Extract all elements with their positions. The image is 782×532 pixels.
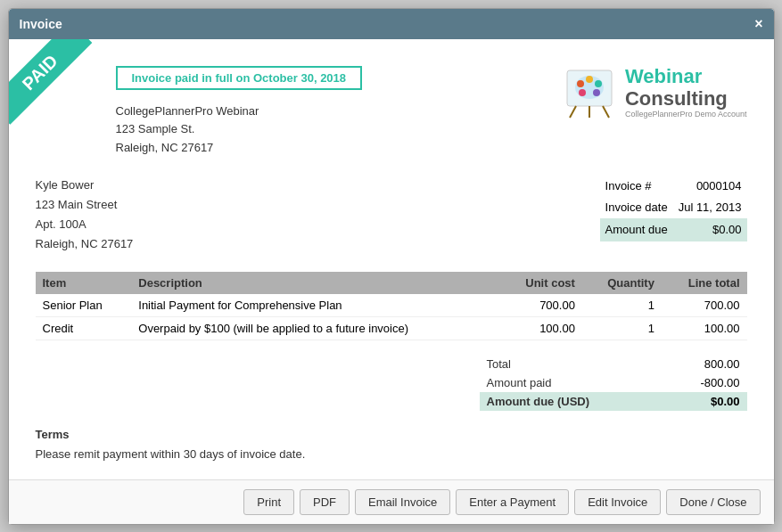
company-address2: Raleigh, NC 27617 (116, 139, 363, 158)
invoice-number-value: 0000104 (673, 176, 747, 197)
row-unit-cost: 100.00 (499, 317, 582, 340)
done-close-button[interactable]: Done / Close (666, 489, 760, 515)
invoice-top: Invoice paid in full on October 30, 2018… (36, 66, 747, 158)
edit-invoice-button[interactable]: Edit Invoice (574, 489, 661, 515)
invoice-number-label: Invoice # (600, 176, 673, 197)
row-line-total: 700.00 (662, 294, 747, 317)
amount-paid-row: Amount paid -800.00 (480, 373, 747, 392)
terms-title: Terms (36, 425, 747, 445)
row-quantity: 1 (582, 317, 662, 340)
row-quantity: 1 (582, 294, 662, 317)
amount-paid-value: -800.00 (663, 373, 746, 392)
table-row: Senior Plan Initial Payment for Comprehe… (36, 294, 747, 317)
terms-area: Terms Please remit payment within 30 day… (36, 425, 747, 479)
row-item: Senior Plan (36, 294, 132, 317)
total-label: Total (480, 355, 663, 373)
logo-subtitle: CollegePlannerPro Demo Account (625, 110, 747, 119)
terms-line1: Please remit payment within 30 days of i… (36, 445, 747, 464)
invoice-amount-due-row: Amount due $0.00 (600, 218, 747, 241)
bill-to-address1: 123 Main Street (36, 195, 134, 215)
col-header-unit-cost: Unit cost (499, 272, 582, 294)
svg-point-3 (586, 76, 593, 83)
col-header-quantity: Quantity (582, 272, 662, 294)
company-info: CollegePlannerPro Webinar 123 Sample St.… (116, 102, 363, 158)
pdf-button[interactable]: PDF (300, 489, 350, 515)
modal-close-button[interactable]: × (754, 16, 762, 32)
amount-due-final-label: Amount due (USD) (480, 392, 663, 411)
total-row: Total 800.00 (480, 355, 747, 373)
print-button[interactable]: Print (243, 489, 294, 515)
logo-area: Webinar Consulting CollegePlannerPro Dem… (563, 66, 747, 119)
modal-body: PAID Invoice paid in full on October 30,… (9, 39, 774, 479)
amount-paid-label: Amount paid (480, 373, 663, 392)
svg-point-4 (595, 80, 602, 87)
webinar-logo-icon (563, 66, 616, 119)
svg-point-6 (579, 89, 586, 96)
invoice-top-left: Invoice paid in full on October 30, 2018… (36, 66, 363, 158)
paid-notice: Invoice paid in full on October 30, 2018 (116, 66, 363, 90)
logo-consulting: Consulting (625, 88, 747, 110)
row-description: Initial Payment for Comprehensive Plan (131, 294, 499, 317)
company-name: CollegePlannerPro Webinar (116, 102, 363, 121)
modal-title: Invoice (20, 17, 62, 31)
row-line-total: 100.00 (662, 317, 747, 340)
row-description: Overpaid by $100 (will be applied to a f… (131, 317, 499, 340)
items-table-header-row: Item Description Unit cost Quantity Line… (36, 272, 747, 294)
modal-header: Invoice × (9, 9, 774, 39)
svg-line-8 (603, 106, 609, 118)
logo-webinar: Webinar (625, 66, 747, 87)
items-table: Item Description Unit cost Quantity Line… (36, 272, 747, 340)
bill-to: Kyle Bower 123 Main Street Apt. 100A Ral… (36, 176, 134, 254)
bill-to-address2: Apt. 100A (36, 215, 134, 234)
totals-area: Total 800.00 Amount paid -800.00 Amount … (36, 355, 747, 411)
logo-text: Webinar Consulting CollegePlannerPro Dem… (625, 66, 747, 118)
company-address1: 123 Sample St. (116, 120, 363, 139)
invoice-date-row: Invoice date Jul 11, 2013 (600, 197, 747, 218)
col-header-item: Item (36, 272, 132, 294)
col-header-line-total: Line total (662, 272, 747, 294)
svg-point-5 (593, 89, 600, 96)
invoice-number-row: Invoice # 0000104 (600, 176, 747, 197)
invoice-details: Invoice # 0000104 Invoice date Jul 11, 2… (600, 176, 747, 254)
invoice-amount-due-value: $0.00 (673, 218, 747, 241)
invoice-amount-due-label: Amount due (600, 218, 673, 241)
amount-due-final-value: $0.00 (663, 392, 746, 411)
enter-payment-button[interactable]: Enter a Payment (456, 489, 569, 515)
total-value: 800.00 (663, 355, 746, 373)
email-invoice-button[interactable]: Email Invoice (355, 489, 450, 515)
bill-to-address3: Raleigh, NC 27617 (36, 234, 134, 254)
svg-line-7 (570, 106, 576, 118)
row-unit-cost: 700.00 (499, 294, 582, 317)
bill-to-name: Kyle Bower (36, 176, 134, 195)
svg-point-2 (577, 80, 584, 87)
invoice-date-label: Invoice date (600, 197, 673, 218)
totals-table: Total 800.00 Amount paid -800.00 Amount … (480, 355, 747, 411)
invoice-date-value: Jul 11, 2013 (673, 197, 747, 218)
col-header-description: Description (131, 272, 499, 294)
amount-due-final-row: Amount due (USD) $0.00 (480, 392, 747, 411)
modal-footer: Print PDF Email Invoice Enter a Payment … (9, 479, 774, 524)
invoice-meta: Kyle Bower 123 Main Street Apt. 100A Ral… (36, 176, 747, 254)
row-item: Credit (36, 317, 132, 340)
table-row: Credit Overpaid by $100 (will be applied… (36, 317, 747, 340)
invoice-modal: Invoice × PAID Invoice paid in full on O… (8, 8, 775, 525)
